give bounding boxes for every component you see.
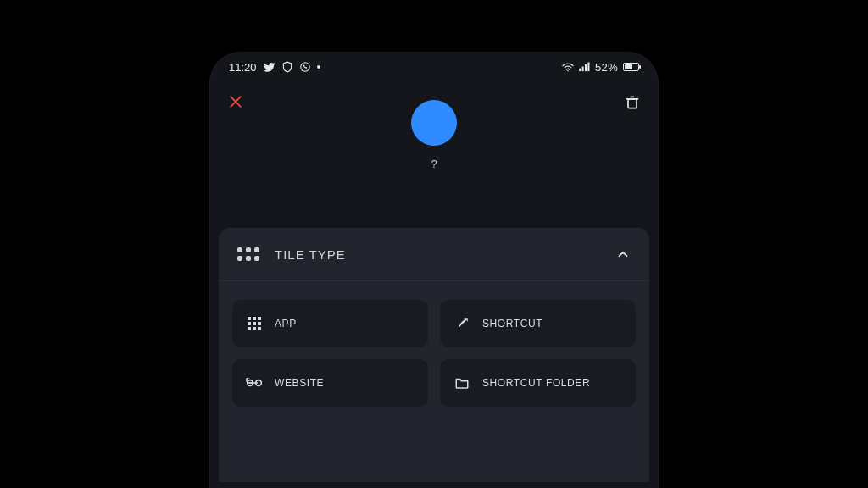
cell-signal-icon <box>579 62 591 72</box>
shield-icon <box>281 61 293 73</box>
wifi-icon <box>561 62 575 72</box>
folder-icon <box>453 376 470 390</box>
whatsapp-icon <box>299 61 311 73</box>
panel-divider <box>219 280 649 281</box>
option-shortcut[interactable]: SHORTCUT <box>440 300 636 347</box>
status-bar: 11:20 52% <box>210 53 658 81</box>
app-grid-icon <box>246 317 263 330</box>
tile-type-panel: TILE TYPE APP SHORTCUT <box>219 228 649 482</box>
svg-rect-2 <box>579 69 581 71</box>
status-bar-right: 52% <box>561 61 639 74</box>
option-app-label: APP <box>275 318 297 330</box>
option-app[interactable]: APP <box>232 300 428 347</box>
tile-type-grid-icon <box>237 247 259 261</box>
shortcut-arrow-icon <box>453 316 470 331</box>
tile-preview: ? <box>210 100 658 170</box>
tile-type-header[interactable]: TILE TYPE <box>232 228 636 280</box>
tile-preview-label: ? <box>431 158 437 170</box>
twitter-icon <box>263 61 275 74</box>
notification-dot-icon <box>317 65 320 69</box>
status-time: 11:20 <box>229 61 257 74</box>
svg-rect-5 <box>588 62 590 71</box>
link-icon <box>246 378 263 388</box>
status-bar-left: 11:20 <box>229 61 320 74</box>
tile-preview-circle-icon[interactable] <box>411 100 457 146</box>
option-shortcut-folder[interactable]: SHORTCUT FOLDER <box>440 359 636 407</box>
option-website[interactable]: WEBSITE <box>232 359 428 407</box>
option-shortcut-folder-label: SHORTCUT FOLDER <box>482 377 590 389</box>
option-shortcut-label: SHORTCUT <box>482 318 542 330</box>
battery-percent: 52% <box>595 61 618 74</box>
svg-point-1 <box>567 70 569 72</box>
phone-frame: 11:20 52% <box>210 53 658 488</box>
option-website-label: WEBSITE <box>275 377 324 389</box>
svg-rect-4 <box>585 64 587 71</box>
battery-icon <box>622 63 639 71</box>
tile-type-options: APP SHORTCUT WEBSITE SHORTCUT FOLDER <box>232 300 636 407</box>
chevron-up-icon <box>615 247 631 262</box>
tile-type-title: TILE TYPE <box>275 247 346 262</box>
svg-rect-3 <box>582 67 584 72</box>
